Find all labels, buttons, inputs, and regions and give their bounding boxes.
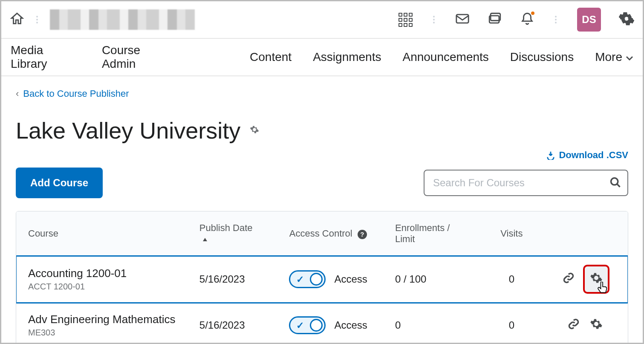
- divider-dots: [555, 16, 557, 23]
- access-toggle[interactable]: ✓: [289, 316, 326, 334]
- access-cell: ✓ Access: [273, 303, 383, 344]
- page-content: ‹ Back to Course Publisher Lake Valley U…: [1, 76, 643, 344]
- nav-course-admin[interactable]: Course Admin: [102, 43, 174, 71]
- toggle-knob: [310, 319, 323, 332]
- course-code: ME303: [28, 328, 176, 338]
- search-input[interactable]: [424, 170, 628, 196]
- divider-dots: [433, 16, 435, 23]
- nav-more[interactable]: More: [595, 50, 633, 64]
- col-visits[interactable]: Visits: [481, 211, 543, 256]
- global-topbar: DS: [1, 1, 643, 39]
- publish-date-cell: 5/16/2023: [188, 303, 273, 344]
- user-avatar[interactable]: DS: [577, 8, 601, 32]
- courses-table: Course Publish Date Access Control ? Enr…: [16, 211, 628, 344]
- course-code: ACCT 1200-01: [28, 282, 176, 292]
- page-title: Lake Valley University: [16, 117, 240, 144]
- org-name-redacted: [50, 9, 195, 30]
- home-icon[interactable]: [10, 12, 24, 28]
- access-label: Access: [334, 273, 367, 285]
- add-course-button[interactable]: Add Course: [16, 168, 103, 198]
- nav-announcements[interactable]: Announcements: [402, 50, 488, 64]
- copy-link-icon[interactable]: [568, 318, 580, 332]
- title-settings-icon[interactable]: [250, 125, 259, 136]
- download-csv-link[interactable]: Download .CSV: [546, 150, 628, 161]
- nav-more-label: More: [595, 50, 622, 64]
- copy-link-icon[interactable]: [563, 272, 575, 286]
- col-publish-date[interactable]: Publish Date: [188, 211, 273, 256]
- col-access-control[interactable]: Access Control ?: [273, 211, 383, 256]
- download-csv-label: Download .CSV: [559, 150, 628, 161]
- mail-icon[interactable]: [455, 12, 470, 28]
- messages-icon[interactable]: [488, 12, 502, 28]
- help-icon[interactable]: ?: [358, 230, 367, 239]
- visits-cell: 0: [481, 256, 543, 303]
- col-actions: [542, 211, 628, 256]
- col-course[interactable]: Course: [16, 211, 188, 256]
- apps-grid-icon[interactable]: [399, 13, 413, 27]
- access-toggle[interactable]: ✓: [289, 270, 326, 288]
- divider-dots: [36, 16, 38, 23]
- breadcrumb-caret: ‹: [16, 88, 19, 99]
- col-publish-label: Publish Date: [199, 223, 253, 233]
- nav-media-library[interactable]: Media Library: [11, 43, 81, 71]
- enrollments-cell: 0 / 100: [383, 256, 481, 303]
- actions-cell: [542, 256, 628, 303]
- access-label: Access: [334, 319, 367, 331]
- row-settings-icon[interactable]: [585, 266, 608, 292]
- courses-table-wrapper: Course Publish Date Access Control ? Enr…: [16, 211, 628, 344]
- toolbar: Add Course: [16, 168, 628, 198]
- course-name: Accounting 1200-01: [28, 267, 176, 280]
- toggle-knob: [310, 273, 323, 286]
- search-wrapper: [424, 170, 628, 196]
- notification-badge: [530, 11, 535, 16]
- breadcrumb: ‹ Back to Course Publisher: [16, 88, 628, 99]
- course-cell[interactable]: Adv Engineering Mathematics ME303: [16, 303, 188, 344]
- check-icon: ✓: [296, 320, 304, 331]
- nav-discussions[interactable]: Discussions: [510, 50, 574, 64]
- nav-content[interactable]: Content: [250, 50, 292, 64]
- back-link[interactable]: Back to Course Publisher: [23, 88, 129, 99]
- sort-asc-icon: [202, 234, 208, 245]
- col-access-label: Access Control: [289, 228, 352, 239]
- enrollments-cell: 0: [383, 303, 481, 344]
- notifications-icon[interactable]: [520, 12, 534, 28]
- settings-icon[interactable]: [619, 11, 634, 28]
- table-row: Adv Engineering Mathematics ME303 5/16/2…: [16, 303, 628, 344]
- access-cell: ✓ Access: [273, 256, 383, 303]
- top-icons-group: DS: [399, 8, 634, 32]
- check-icon: ✓: [296, 274, 304, 285]
- row-settings-icon[interactable]: [590, 318, 603, 333]
- visits-cell: 0: [481, 303, 543, 344]
- search-icon[interactable]: [609, 176, 621, 190]
- title-row: Lake Valley University: [16, 117, 628, 144]
- svg-point-3: [611, 178, 618, 185]
- table-row: Accounting 1200-01 ACCT 1200-01 5/16/202…: [16, 256, 628, 303]
- course-navbar: Media Library Course Admin Content Assig…: [1, 39, 643, 76]
- nav-assignments[interactable]: Assignments: [313, 50, 381, 64]
- chevron-down-icon: [626, 50, 633, 64]
- publish-date-cell: 5/16/2023: [188, 256, 273, 303]
- svg-rect-0: [456, 14, 468, 23]
- actions-cell: [542, 303, 628, 344]
- download-icon: [546, 150, 555, 160]
- course-cell[interactable]: Accounting 1200-01 ACCT 1200-01: [16, 256, 188, 303]
- course-name: Adv Engineering Mathematics: [28, 313, 176, 326]
- col-enrollments[interactable]: Enrollments / Limit: [383, 211, 481, 256]
